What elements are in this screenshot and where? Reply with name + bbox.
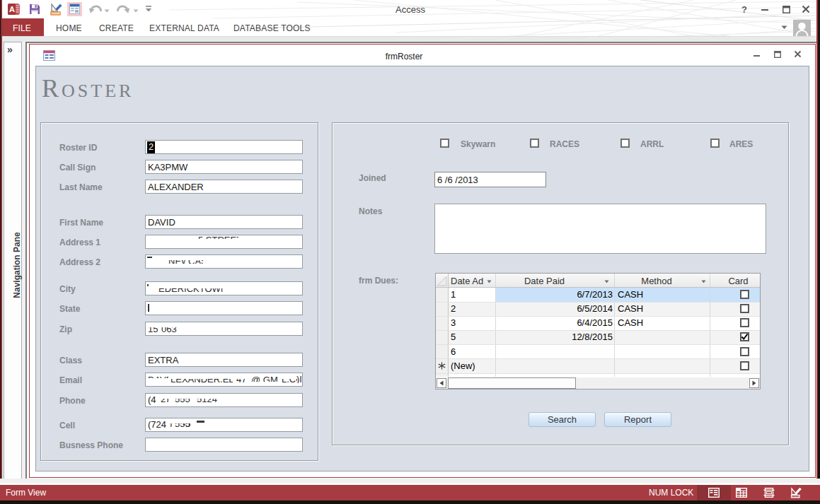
svg-text:A: A	[9, 5, 15, 13]
svg-text:?: ?	[741, 4, 747, 15]
